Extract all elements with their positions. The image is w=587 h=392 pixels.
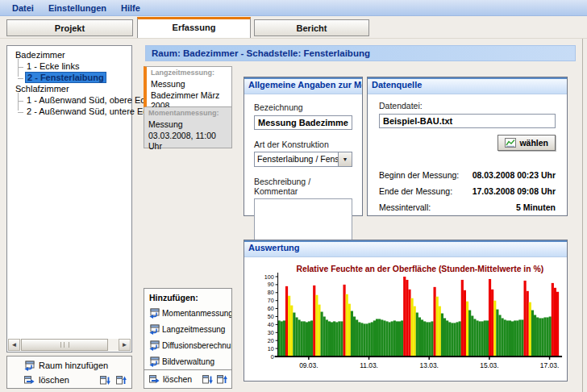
add-room-icon <box>23 361 35 371</box>
room-tree: Badezimmer 1 - Ecke links 2 - Fensterlai… <box>7 46 131 119</box>
scroll-right-arrow-icon[interactable]: ► <box>119 339 131 351</box>
menu-datei[interactable]: Datei <box>5 2 41 15</box>
chart-title: Relative Feuchte an der Oberfläche (Stun… <box>296 265 543 273</box>
delete-room-button[interactable]: löschen <box>23 375 69 386</box>
move-up-icon[interactable] <box>115 375 127 386</box>
add-diffusionsberechnung-button[interactable]: Diffusionsberechnung <box>144 337 231 353</box>
tree-node-badezimmer[interactable]: Badezimmer <box>12 49 130 60</box>
svg-text:80: 80 <box>268 290 274 296</box>
tab-projekt[interactable]: Projekt <box>6 19 133 36</box>
menu-einstellungen[interactable]: Einstellungen <box>41 2 114 15</box>
add-momentanmessung-button[interactable]: Momentanmessung <box>144 305 231 321</box>
scrollbar-grip-icon <box>60 342 69 348</box>
svg-text:40: 40 <box>268 322 274 328</box>
scroll-left-arrow-icon[interactable]: ◄ <box>8 339 20 351</box>
move-down-icon[interactable] <box>202 374 213 385</box>
konstruktion-value: Fensterlaibung / Fenst <box>255 152 338 166</box>
allgemeine-angaben-panel: Allgemeine Angaben zur Mess Bezeichnung … <box>244 77 363 216</box>
svg-text:20: 20 <box>268 338 274 344</box>
move-down-icon[interactable] <box>99 375 110 386</box>
langzeitmessung-card[interactable]: Langzeitmessung: Messung Badezimmer März… <box>144 66 232 107</box>
svg-text:09.03.: 09.03. <box>299 361 318 369</box>
ende-value: 17.03.2008 09:08 Uhr <box>473 186 556 196</box>
momentanmessung-card[interactable]: Momentanmessung: Messung 03.03.2008, 11:… <box>144 107 232 148</box>
tree-node-aussenwand-obere-ecke[interactable]: 1 - Außenwand Süd, obere Ecke <box>18 94 130 106</box>
svg-text:30: 30 <box>268 330 274 336</box>
datenquelle-panel: Datenquelle Datendatei: wählen Beginn de… <box>367 77 568 216</box>
scrollbar-thumb[interactable] <box>21 339 108 351</box>
add-item-icon <box>148 308 160 319</box>
tab-strip: Projekt Erfassung Bericht <box>0 16 587 39</box>
svg-text:50: 50 <box>268 314 274 320</box>
momentanmessung-label: Momentanmessung: <box>148 109 227 117</box>
add-langzeitmessung-button[interactable]: Langzeitmessung <box>144 321 231 337</box>
add-item-icon <box>148 357 160 367</box>
datenquelle-header: Datenquelle <box>368 77 567 94</box>
humidity-chart: Relative Feuchte an der Oberfläche (Stun… <box>244 257 567 369</box>
svg-text:90: 90 <box>268 281 274 288</box>
chart-file-icon <box>505 138 516 148</box>
datendatei-label: Datendatei: <box>379 101 556 111</box>
room-tree-panel: Badezimmer 1 - Ecke links 2 - Fensterlai… <box>6 45 132 352</box>
svg-text:15.03.: 15.03. <box>480 361 498 369</box>
svg-text:70: 70 <box>268 298 274 304</box>
tree-node-ecke-links[interactable]: 1 - Ecke links <box>18 60 130 72</box>
auswertung-panel: Auswertung Relative Feuchte an der Oberf… <box>244 240 568 382</box>
selected-tree-item: 2 - Fensterlaibung <box>25 72 106 83</box>
svg-text:11.03.: 11.03. <box>360 361 378 369</box>
menu-bar: Datei Einstellungen Hilfe <box>0 0 587 16</box>
momentanmessung-value: Messung 03.03.2008, 11:00 Uhr <box>148 119 227 152</box>
main-content: Raum: Badezimmer - Schadstelle: Fensterl… <box>139 39 583 392</box>
tree-node-fensterlaibung[interactable]: 2 - Fensterlaibung <box>18 72 130 83</box>
messintervall-value: 5 Minuten <box>516 202 556 212</box>
tab-bericht[interactable]: Bericht <box>254 19 369 36</box>
waehlen-button[interactable]: wählen <box>497 135 556 151</box>
messintervall-row: Messintervall: 5 Minuten <box>379 199 556 215</box>
add-item-icon <box>148 324 160 335</box>
add-item-icon <box>148 340 160 351</box>
humidity-chart-svg: Relative Feuchte an der Oberfläche (Stun… <box>246 261 565 369</box>
allgemeine-angaben-header: Allgemeine Angaben zur Mess <box>244 77 362 94</box>
chevron-down-icon[interactable]: ▼ <box>338 152 352 166</box>
datendatei-input[interactable] <box>379 114 556 128</box>
konstruktion-dropdown[interactable]: Fensterlaibung / Fenst ▼ <box>254 152 352 167</box>
svg-text:13.03.: 13.03. <box>420 361 439 369</box>
ende-der-messung-row: Ende der Messung: 17.03.2008 09:08 Uhr <box>379 183 556 199</box>
beginn-value: 08.03.2008 00:23 Uhr <box>473 170 556 180</box>
menu-hilfe[interactable]: Hilfe <box>114 2 148 15</box>
hinzufuegen-title: Hinzufügen: <box>144 289 231 305</box>
langzeitmessung-label: Langzeitmessung: <box>151 69 227 77</box>
svg-text:100: 100 <box>264 274 274 281</box>
auswertung-header: Auswertung <box>244 240 567 257</box>
room-actions-box: Raum hinzufügen löschen <box>6 356 132 389</box>
move-up-icon[interactable] <box>216 374 227 385</box>
beginn-der-messung-row: Beginn der Messung: 08.03.2008 00:23 Uhr <box>379 167 556 183</box>
bezeichnung-label: Bezeichnung <box>254 102 352 112</box>
delete-icon <box>148 374 160 385</box>
beschreibung-textarea[interactable] <box>254 198 352 245</box>
room-header-bar: Raum: Badezimmer - Schadstelle: Fensterl… <box>145 45 576 61</box>
delete-icon <box>23 375 35 386</box>
tree-node-aussenwand-untere-ecke[interactable]: 2 - Außenwand Süd, untere Ecke <box>18 106 130 117</box>
hinzufuegen-box: Hinzufügen: Momentanmessung Langzeitmess… <box>144 288 232 389</box>
tab-erfassung[interactable]: Erfassung <box>137 17 251 38</box>
delete-measurement-button[interactable]: löschen <box>148 374 192 385</box>
svg-text:17.03.: 17.03. <box>540 361 559 369</box>
svg-text:10: 10 <box>268 346 274 352</box>
tree-node-schlafzimmer[interactable]: Schlafzimmer <box>12 83 130 94</box>
add-bildverwaltung-button[interactable]: Bildverwaltung <box>144 353 231 369</box>
beschreibung-label: Beschreibung / Kommentar <box>254 177 352 196</box>
konstruktion-label: Art der Konstruktion <box>254 140 352 149</box>
bezeichnung-input[interactable] <box>254 115 352 130</box>
svg-text:60: 60 <box>268 306 274 312</box>
svg-text:0: 0 <box>271 354 274 361</box>
add-room-button[interactable]: Raum hinzufügen <box>23 358 127 373</box>
tree-horizontal-scrollbar[interactable]: ◄ ► <box>8 339 131 351</box>
